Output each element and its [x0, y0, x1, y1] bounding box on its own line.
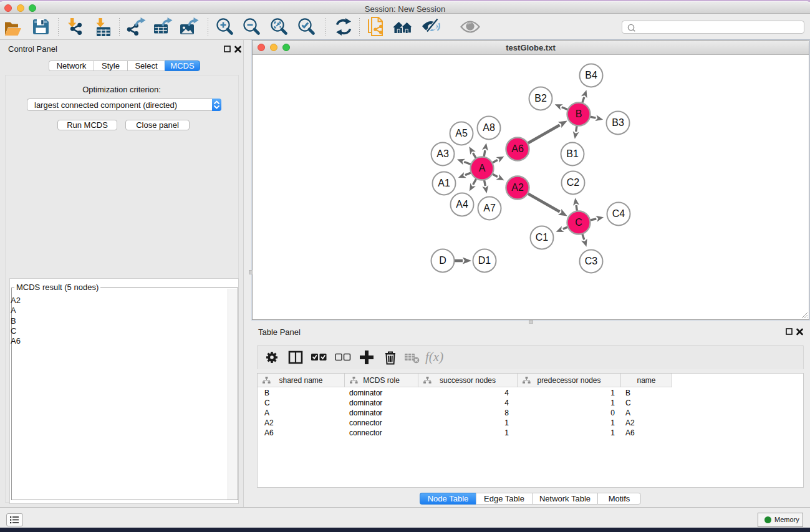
svg-text:f(x): f(x)	[425, 349, 443, 364]
svg-text:A2: A2	[511, 182, 524, 193]
svg-text:A6: A6	[511, 143, 524, 154]
svg-text:B2: B2	[534, 93, 547, 104]
svg-text:D: D	[439, 255, 446, 266]
svg-text:C1: C1	[536, 232, 549, 243]
svg-text:C: C	[575, 217, 582, 228]
svg-text:A7: A7	[483, 203, 496, 213]
svg-text:B3: B3	[612, 117, 624, 128]
svg-text:B: B	[576, 109, 582, 119]
svg-text:A8: A8	[483, 122, 495, 133]
svg-text:A4: A4	[456, 199, 468, 210]
svg-text:B4: B4	[585, 70, 597, 80]
svg-text:A: A	[479, 163, 486, 173]
svg-text:D1: D1	[478, 255, 491, 266]
svg-text:A1: A1	[438, 178, 450, 188]
svg-text:C3: C3	[585, 256, 598, 266]
svg-text:C2: C2	[567, 177, 580, 188]
svg-text:A5: A5	[455, 128, 468, 138]
svg-text:B1: B1	[566, 148, 579, 159]
svg-text:C4: C4	[612, 208, 625, 219]
svg-text:A3: A3	[436, 148, 449, 159]
